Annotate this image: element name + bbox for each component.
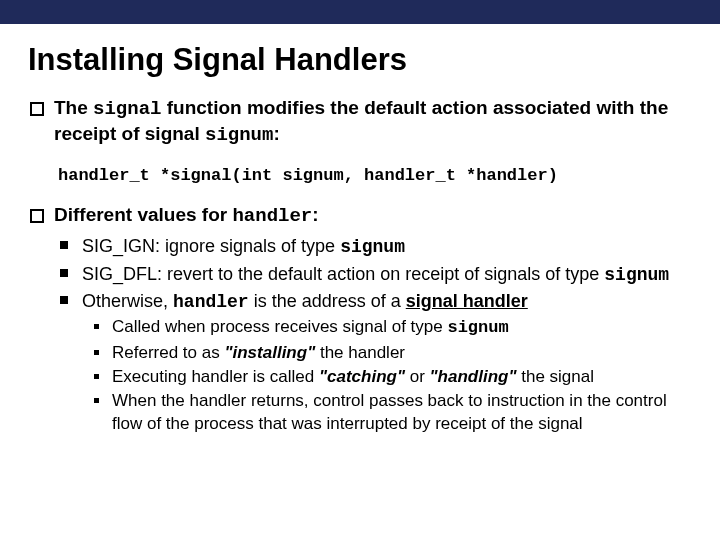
code-signum: signum [205, 124, 273, 146]
text: the handler [315, 343, 405, 362]
text: SIG_IGN: ignore signals of type [82, 236, 340, 256]
code-handler: handler [173, 292, 249, 312]
sub-otherwise: Otherwise, handler is the address of a s… [60, 289, 692, 435]
dot-returns: When the handler returns, control passes… [92, 390, 692, 435]
bullet-1: The signal function modifies the default… [28, 96, 692, 148]
text: Called when process receives signal of t… [112, 317, 447, 336]
text: Referred to as [112, 343, 224, 362]
text: is the address of a [249, 291, 406, 311]
dot-catching: Executing handler is called "catching" o… [92, 366, 692, 388]
text: Otherwise, [82, 291, 173, 311]
sub-sigign: SIG_IGN: ignore signals of type signum [60, 234, 692, 259]
text: When the handler returns, control passes… [112, 391, 667, 432]
code-signum: signum [447, 318, 508, 337]
code-handler: handler [232, 205, 312, 227]
text: Executing handler is called [112, 367, 319, 386]
em-catching: "catching" [319, 367, 405, 386]
top-bar [0, 0, 720, 24]
em-handling: "handling" [430, 367, 517, 386]
dot-installing: Referred to as "installing" the handler [92, 342, 692, 364]
code-signum: signum [340, 237, 405, 257]
bullet-list-2: Different values for handler: SIG_IGN: i… [28, 203, 692, 436]
text: The [54, 97, 93, 118]
text: : [273, 123, 279, 144]
bullet-2: Different values for handler: SIG_IGN: i… [28, 203, 692, 436]
sub-sigdfl: SIG_DFL: revert to the default action on… [60, 262, 692, 287]
bullet-list: The signal function modifies the default… [28, 96, 692, 148]
em-installing: "installing" [224, 343, 315, 362]
text: the signal [517, 367, 595, 386]
sub-list: SIG_IGN: ignore signals of type signum S… [54, 234, 692, 435]
code-signum: signum [604, 265, 669, 285]
text: SIG_DFL: revert to the default action on… [82, 264, 604, 284]
text: Different values for [54, 204, 232, 225]
slide-title: Installing Signal Handlers [28, 42, 692, 78]
slide-body: Installing Signal Handlers The signal fu… [0, 24, 720, 453]
term-signal-handler: signal handler [406, 291, 528, 311]
dot-list: Called when process receives signal of t… [82, 316, 692, 435]
text: or [405, 367, 430, 386]
text: : [312, 204, 318, 225]
function-prototype: handler_t *signal(int signum, handler_t … [28, 156, 692, 203]
dot-called: Called when process receives signal of t… [92, 316, 692, 339]
code-signal: signal [93, 98, 161, 120]
